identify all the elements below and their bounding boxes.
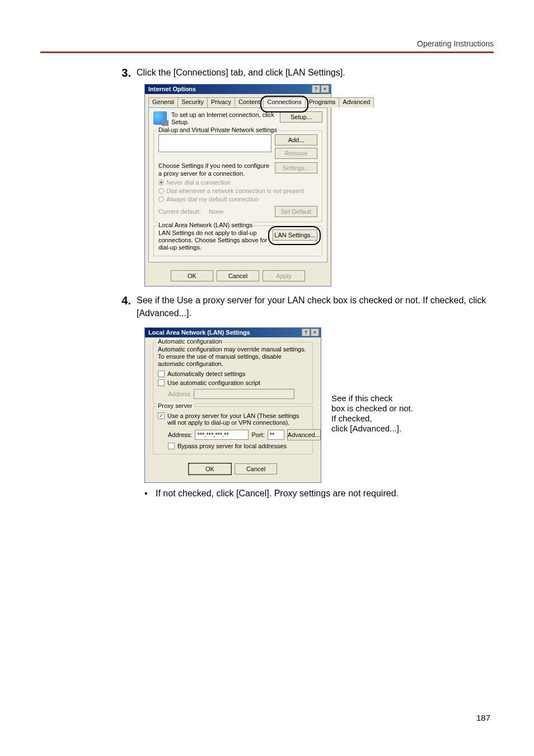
use-proxy-row[interactable]: Use a proxy server for your LAN (These s… [158, 412, 308, 426]
radio-dial-when[interactable]: Dial whenever a network connection is no… [158, 187, 317, 194]
step-3-text: Click the [Connections] tab, and click [… [137, 67, 494, 79]
lan-settings-button[interactable]: LAN Settings... [273, 229, 317, 241]
choose-settings-text: Choose Settings if you need to configure… [158, 162, 271, 177]
bypass-row[interactable]: Bypass proxy server for local addresses [168, 443, 308, 449]
lan-dialog-titlebar: Local Area Network (LAN) Settings ? × [145, 328, 321, 337]
bullet-text: If not checked, click [Cancel]. Proxy se… [156, 489, 399, 499]
proxy-legend: Proxy server [157, 402, 194, 409]
step-3-number: 3. [116, 67, 137, 79]
lan-dialog-actions: OK Cancel [148, 459, 317, 479]
settings-button: Settings... [275, 162, 317, 173]
close-icon[interactable]: × [321, 85, 329, 93]
set-default-button: Set Default [275, 206, 317, 217]
script-address-label: Address [168, 391, 190, 397]
use-script-row[interactable]: Use automatic configuration script [158, 379, 308, 386]
auto-detect-label: Automatically detect settings [167, 370, 245, 377]
lan-settings-dialog: Local Area Network (LAN) Settings ? × Au… [144, 327, 321, 483]
tab-content[interactable]: Content [235, 97, 264, 107]
bullet-icon: • [144, 489, 156, 499]
setup-text: To set up an Internet connection, click … [171, 111, 275, 126]
callout-line-2: box is checked or not. [331, 403, 413, 413]
dialup-group: Dial-up and Virtual Private Network sett… [153, 130, 322, 222]
lan-dialog-title: Local Area Network (LAN) Settings [148, 329, 250, 336]
callout-line-4: click [Advanced...]. [331, 424, 413, 433]
tab-advanced[interactable]: Advanced [339, 97, 374, 107]
connections-panel: To set up an Internet connection, click … [148, 107, 327, 262]
auto-config-legend: Automatic configuration [157, 338, 223, 345]
callout-annotation: See if this check box is checked or not.… [331, 324, 413, 433]
help-icon[interactable]: ? [312, 85, 320, 93]
proxy-port-label: Port: [251, 431, 264, 438]
step-4-text: See if the Use a proxy server for your L… [137, 294, 494, 320]
tab-security[interactable]: Security [177, 97, 208, 107]
dialup-legend: Dial-up and Virtual Private Network sett… [157, 126, 278, 133]
tab-general[interactable]: General [148, 97, 178, 107]
proxy-group: Proxy server Use a proxy server for your… [153, 406, 313, 454]
page-number: 187 [476, 713, 490, 722]
use-proxy-label: Use a proxy server for your LAN (These s… [167, 412, 308, 426]
close-icon[interactable]: × [311, 328, 319, 336]
dialog-title: Internet Options [148, 86, 196, 92]
use-script-label: Use automatic configuration script [167, 379, 260, 386]
cancel-button[interactable]: Cancel [217, 270, 259, 281]
proxy-address-label: Address: [168, 431, 192, 438]
auto-detect-row[interactable]: Automatically detect settings [158, 370, 308, 377]
bypass-label: Bypass proxy server for local addresses [177, 443, 287, 449]
callout-line-1: See if this check [331, 393, 413, 403]
radio-never-dial-label: Never dial a connection [166, 179, 231, 186]
radio-dial-when-label: Dial whenever a network connection is no… [166, 187, 304, 194]
lan-group: Local Area Network (LAN) settings LAN Se… [153, 226, 322, 257]
dialog-titlebar: Internet Options ? × [145, 84, 331, 94]
tab-connections[interactable]: Connections [263, 97, 305, 107]
remove-button: Remove [275, 148, 317, 159]
dialog-actions: OK Cancel Apply [145, 266, 331, 286]
advanced-button[interactable]: Advanced... [287, 429, 321, 440]
tab-privacy[interactable]: Privacy [207, 97, 235, 107]
help-icon[interactable]: ? [302, 328, 310, 336]
header-rule [40, 51, 494, 53]
lan-description: LAN Settings do not apply to dial-up con… [158, 229, 269, 252]
globe-icon [153, 111, 167, 125]
step-4-number: 4. [116, 294, 137, 307]
radio-never-dial[interactable]: Never dial a connection [158, 179, 317, 186]
proxy-port-input[interactable] [268, 430, 284, 440]
current-default-label: Current default: [158, 208, 209, 215]
lan-cancel-button[interactable]: Cancel [235, 463, 277, 475]
proxy-address-input[interactable] [195, 430, 249, 440]
lan-ok-button[interactable]: OK [189, 463, 231, 475]
page-header: Operating Instructions [40, 39, 494, 48]
tab-strip: General Security Privacy Content Connect… [148, 97, 327, 107]
script-address-input [194, 389, 294, 399]
auto-config-text: Automatic configuration may override man… [158, 346, 308, 368]
internet-options-dialog: Internet Options ? × General Security Pr… [144, 84, 331, 287]
add-button[interactable]: Add... [275, 134, 317, 145]
radio-always-dial-label: Always dial my default connection [166, 196, 259, 203]
tab-programs[interactable]: Programs [305, 97, 340, 107]
apply-button: Apply [263, 270, 305, 281]
lan-legend: Local Area Network (LAN) settings [157, 222, 254, 228]
connections-listbox[interactable] [158, 134, 271, 152]
ok-button[interactable]: OK [171, 270, 213, 281]
radio-always-dial[interactable]: Always dial my default connection [158, 196, 317, 203]
callout-line-3: If checked, [331, 414, 413, 423]
current-default-value: None [209, 208, 275, 215]
setup-button[interactable]: Setup... [280, 111, 322, 123]
auto-config-group: Automatic configuration Automatic config… [153, 342, 313, 404]
use-proxy-checkbox[interactable] [158, 412, 165, 419]
